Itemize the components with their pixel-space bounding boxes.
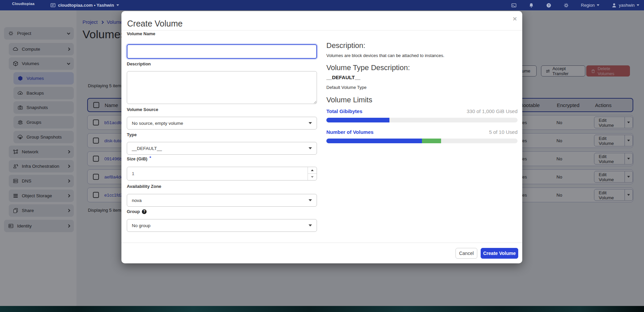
description-textarea[interactable] bbox=[127, 71, 317, 104]
chevron-down-icon bbox=[309, 147, 312, 149]
context-label: cloudtopiaa.com • Yashwin bbox=[58, 3, 114, 8]
triangle-down-icon bbox=[311, 176, 314, 178]
modal-header-divider bbox=[121, 30, 522, 31]
close-icon[interactable]: × bbox=[513, 15, 517, 22]
volume-name-label: Volume Name bbox=[127, 31, 155, 36]
modal-footer-divider bbox=[121, 243, 522, 243]
description-label: Description bbox=[127, 61, 151, 66]
create-volume-modal: Create Volume × Volume Name Description … bbox=[121, 11, 522, 263]
domain-icon bbox=[50, 3, 56, 8]
progress-segment-used bbox=[326, 139, 422, 143]
number-of-volumes-usage: 5 of 10 Used bbox=[489, 129, 518, 135]
size-input[interactable] bbox=[127, 167, 308, 180]
notifications-bell-icon[interactable] bbox=[529, 3, 534, 8]
required-asterisk: * bbox=[149, 155, 151, 160]
availability-zone-label: Availability Zone bbox=[127, 184, 161, 189]
volume-type-name: __DEFAULT__ bbox=[326, 74, 360, 80]
user-avatar-icon bbox=[611, 3, 617, 8]
help-icon[interactable]: ? bbox=[546, 3, 551, 8]
group-select[interactable]: No group bbox=[127, 219, 317, 232]
availability-zone-select[interactable]: nova bbox=[127, 194, 317, 207]
total-gibibytes-label: Total Gibibytes bbox=[326, 108, 362, 114]
region-label: Region bbox=[581, 3, 595, 8]
settings-gear-icon[interactable] bbox=[564, 3, 569, 8]
size-label: Size (GiB)* bbox=[127, 156, 151, 161]
navbar-actions: ? Region yashwin bbox=[511, 0, 639, 10]
spinner-up-button[interactable] bbox=[308, 167, 317, 174]
size-input-wrapper bbox=[127, 167, 317, 180]
chevron-down-icon bbox=[597, 4, 599, 6]
number-of-volumes-progress-bar bbox=[326, 139, 518, 143]
total-gibibytes-progress-bar bbox=[326, 118, 518, 122]
size-spinner bbox=[308, 167, 317, 180]
description-body: Volumes are block devices that can be at… bbox=[326, 53, 444, 58]
progress-segment-added bbox=[422, 139, 441, 143]
desktop-wallpaper-strip bbox=[0, 306, 644, 312]
description-heading: Description: bbox=[326, 41, 365, 50]
chevron-down-icon bbox=[309, 199, 312, 201]
create-volume-submit-button[interactable]: Create Volume bbox=[481, 248, 518, 259]
volume-type-description-heading: Volume Type Description: bbox=[326, 63, 410, 72]
brand-name: Cloudtopiaa bbox=[12, 2, 35, 6]
group-help-icon[interactable]: ? bbox=[142, 209, 147, 214]
spinner-down-button[interactable] bbox=[308, 174, 317, 180]
triangle-up-icon bbox=[311, 169, 314, 171]
number-of-volumes-label: Number of Volumes bbox=[326, 129, 374, 135]
user-menu[interactable]: yashwin bbox=[611, 3, 639, 8]
user-name: yashwin bbox=[619, 3, 635, 8]
total-gibibytes-usage: 330 of 1,000 GiB Used bbox=[467, 108, 518, 114]
region-menu[interactable]: Region bbox=[581, 3, 599, 8]
type-value: __DEFAULT__ bbox=[132, 146, 162, 151]
chevron-down-icon bbox=[116, 4, 119, 6]
availability-zone-value: nova bbox=[132, 198, 142, 203]
brand-logo[interactable]: Cloudtopiaa bbox=[12, 2, 35, 6]
terminal-icon[interactable] bbox=[511, 3, 517, 8]
volume-source-value: No source, empty volume bbox=[132, 121, 183, 126]
group-value: No group bbox=[132, 223, 151, 228]
project-context-switcher[interactable]: cloudtopiaa.com • Yashwin bbox=[50, 0, 119, 10]
volume-name-input[interactable] bbox=[127, 44, 317, 59]
top-navbar: Cloudtopiaa cloudtopiaa.com • Yashwin ? … bbox=[0, 0, 644, 10]
application-window: Cloudtopiaa cloudtopiaa.com • Yashwin ? … bbox=[0, 0, 644, 312]
group-label: Group? bbox=[127, 209, 147, 214]
volume-source-select[interactable]: No source, empty volume bbox=[127, 117, 317, 129]
chevron-down-icon bbox=[309, 224, 312, 226]
volume-source-label: Volume Source bbox=[127, 107, 158, 112]
chevron-down-icon bbox=[637, 4, 639, 6]
volume-type-desc: Default Volume Type bbox=[326, 85, 367, 90]
type-label: Type bbox=[127, 132, 137, 137]
modal-title: Create Volume bbox=[127, 19, 182, 29]
volume-limits-heading: Volume Limits bbox=[326, 96, 372, 104]
progress-segment-used bbox=[326, 118, 389, 122]
chevron-down-icon bbox=[309, 122, 312, 124]
type-select[interactable]: __DEFAULT__ bbox=[127, 142, 317, 155]
svg-text:?: ? bbox=[548, 4, 550, 7]
cancel-button[interactable]: Cancel bbox=[455, 248, 477, 259]
